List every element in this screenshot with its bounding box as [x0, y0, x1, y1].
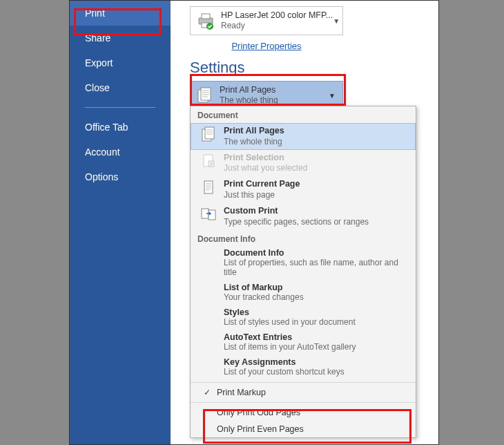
check-label: Only Print Odd Pages — [217, 408, 300, 417]
checkmark-icon: ✓ — [197, 388, 217, 397]
page-selection-icon — [200, 153, 217, 169]
menu-item-print-selection: Print Selection Just what you selected — [191, 150, 416, 177]
printer-properties-link[interactable]: Printer Properties — [231, 41, 301, 51]
sidebar-item-close[interactable]: Close — [70, 75, 171, 100]
settings-heading: Settings — [190, 59, 438, 77]
menu-item-autotext-entries[interactable]: AutoText Entries List of items in your A… — [191, 331, 416, 356]
mi-sub: List of styles used in your document — [224, 317, 409, 327]
menu-item-print-markup[interactable]: ✓ Print Markup — [191, 384, 416, 401]
printer-name: HP LaserJet 200 color MFP... — [221, 10, 333, 21]
mi-name: Print Selection — [224, 153, 409, 164]
custom-pages-icon — [200, 206, 217, 223]
menu-item-print-all-pages[interactable]: Print All Pages The whole thing — [191, 123, 416, 150]
chevron-down-icon: ▼ — [329, 92, 337, 100]
sidebar-item-print[interactable]: Print — [70, 1, 171, 26]
menu-separator — [191, 382, 416, 383]
print-settings-pane: HP LaserJet 200 color MFP... Ready ▼ Pri… — [171, 1, 438, 444]
mi-name: Document Info — [224, 248, 409, 258]
svg-rect-1 — [202, 14, 210, 19]
menu-item-styles[interactable]: Styles List of styles used in your docum… — [191, 306, 416, 331]
sidebar-item-office-tab[interactable]: Office Tab — [70, 115, 171, 140]
sidebar-item-account[interactable]: Account — [70, 140, 171, 164]
combo-label: Print All Pages — [220, 85, 329, 95]
sidebar-separator — [85, 107, 155, 108]
print-what-dropdown: Document Print All Pages The whole thing… — [190, 106, 416, 438]
printer-selector[interactable]: HP LaserJet 200 color MFP... Ready ▼ — [190, 6, 343, 35]
single-page-icon — [200, 179, 217, 196]
sidebar-item-options[interactable]: Options — [70, 164, 171, 189]
mi-sub: The whole thing — [224, 137, 409, 147]
mi-sub: Just this page — [224, 190, 409, 200]
printer-icon — [196, 11, 215, 30]
menu-item-document-info[interactable]: Document Info List of properties, such a… — [191, 247, 416, 281]
menu-item-only-print-odd-pages[interactable]: Only Print Odd Pages — [191, 404, 416, 421]
group-header-document-info: Document Info — [191, 230, 416, 247]
mi-sub: Type specific pages, sections or ranges — [224, 217, 409, 227]
check-label: Print Markup — [217, 388, 266, 397]
mi-name: Print Current Page — [224, 179, 409, 190]
backstage-sidebar: Print Share Export Close Office Tab Acco… — [70, 1, 171, 444]
group-header-document: Document — [191, 106, 416, 123]
mi-name: AutoText Entries — [224, 332, 409, 342]
svg-rect-19 — [204, 181, 213, 193]
printer-status: Ready — [221, 21, 333, 30]
pages-icon — [200, 126, 217, 142]
mi-sub: List of properties, such as file name, a… — [224, 258, 409, 277]
menu-item-list-of-markup[interactable]: List of Markup Your tracked changes — [191, 281, 416, 306]
app-window: Print Share Export Close Office Tab Acco… — [69, 0, 439, 445]
mi-sub: List of items in your AutoText gallery — [224, 342, 409, 352]
svg-rect-11 — [205, 127, 214, 139]
mi-name: Custom Print — [224, 206, 409, 217]
menu-item-only-print-even-pages[interactable]: Only Print Even Pages — [191, 421, 416, 437]
printer-properties-row: Printer Properties — [190, 39, 343, 52]
printer-text: HP LaserJet 200 color MFP... Ready — [221, 10, 333, 30]
menu-item-custom-print[interactable]: Custom Print Type specific pages, sectio… — [191, 203, 416, 230]
mi-sub: Your tracked changes — [224, 292, 409, 302]
mi-name: Print All Pages — [224, 126, 409, 137]
mi-name: List of Markup — [224, 283, 409, 292]
menu-separator — [191, 402, 416, 403]
pages-icon — [196, 86, 214, 104]
svg-rect-5 — [201, 88, 211, 100]
sidebar-item-export[interactable]: Export — [70, 50, 171, 75]
combo-sub: The whole thing — [220, 95, 329, 105]
mi-name: Key Assignments — [224, 357, 409, 367]
chevron-down-icon: ▼ — [333, 17, 340, 25]
mi-sub: Just what you selected — [224, 163, 409, 173]
sidebar-item-share[interactable]: Share — [70, 26, 171, 50]
mi-sub: List of your custom shortcut keys — [224, 367, 409, 377]
menu-item-key-assignments[interactable]: Key Assignments List of your custom shor… — [191, 356, 416, 381]
check-label: Only Print Even Pages — [217, 424, 304, 434]
mi-name: Styles — [224, 307, 409, 317]
menu-item-print-current-page[interactable]: Print Current Page Just this page — [191, 176, 416, 203]
combo-text: Print All Pages The whole thing — [220, 85, 329, 105]
